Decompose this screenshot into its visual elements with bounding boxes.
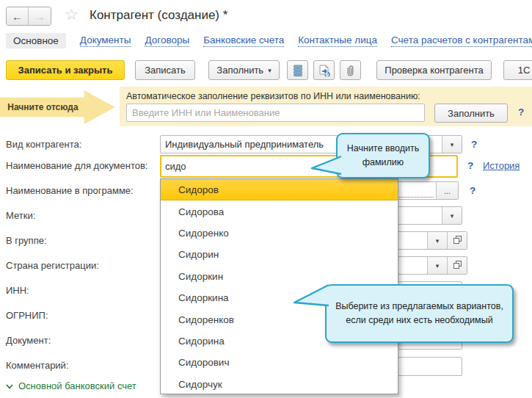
attachments-button[interactable] xyxy=(340,60,361,80)
open-form-icon xyxy=(453,236,462,245)
chevron-down-icon: ▾ xyxy=(436,262,440,269)
label-ogrnip: ОГРНИП: xyxy=(6,310,48,321)
label-dokument: Документ: xyxy=(6,335,51,346)
fill-menu-button[interactable]: Заполнить ▾ xyxy=(208,60,280,80)
counterparty-create-window: ← → ☆ Контрагент (создание) * Основное Д… xyxy=(0,0,532,398)
document-structure-button[interactable] xyxy=(287,60,308,80)
strana-registratsii-dropdown-button[interactable]: ▾ xyxy=(427,257,447,274)
callout-start-typing-text: Начните вводить фамилию xyxy=(345,142,421,170)
ellipsis-icon: ... xyxy=(444,187,451,195)
suggest-item[interactable]: Сидорович xyxy=(161,352,398,373)
suggest-item[interactable]: Сидорин xyxy=(161,244,398,265)
document-structure-icon xyxy=(293,65,303,76)
vid-kontragenta-help-icon[interactable]: ? xyxy=(471,139,477,150)
chevron-down-icon xyxy=(6,380,13,391)
callout-choose-variant-text: Выберите из предлагаемых вариантов, если… xyxy=(334,300,505,328)
chevron-down-icon: ▾ xyxy=(451,141,454,148)
label-vid-kontragenta: Вид контрагента: xyxy=(6,139,81,150)
forward-button[interactable]: → xyxy=(29,7,51,25)
label-naimenovanie-dokumentov: Наименование для документов: xyxy=(6,160,147,171)
callout-pointer xyxy=(309,151,341,178)
label-strana-registratsii: Страна регистрации: xyxy=(6,260,99,271)
chevron-down-icon: ▾ xyxy=(451,212,454,220)
label-kommentariy: Комментарий: xyxy=(6,360,69,371)
callout-choose-variant: Выберите из предлагаемых вариантов, если… xyxy=(325,284,514,343)
document-export-button[interactable] xyxy=(313,60,335,80)
label-v-gruppe: В группе: xyxy=(6,235,47,246)
history-nav: ← → xyxy=(6,7,51,26)
metki-dropdown-button[interactable]: ▾ xyxy=(442,207,462,224)
fill-menu-label: Заполнить xyxy=(216,65,263,76)
label-naimenovanie-programme: Наименование в программе: xyxy=(6,185,134,196)
tab-dokumenty[interactable]: Документы xyxy=(80,35,131,47)
suggest-item[interactable]: Сидоренко xyxy=(161,222,398,244)
strana-registratsii-open-button[interactable] xyxy=(447,257,467,274)
document-export-icon xyxy=(318,65,330,76)
suggest-item[interactable]: Сидорчук xyxy=(161,374,398,395)
tab-scheta-raschetov[interactable]: Счета расчетов с контрагентами xyxy=(391,35,532,47)
vid-kontragenta-dropdown-button[interactable]: ▾ xyxy=(442,136,462,153)
check-counterparty-button[interactable]: Проверка контрагента xyxy=(376,60,492,80)
forward-arrow-icon: → xyxy=(34,10,45,23)
back-arrow-icon: ← xyxy=(12,10,23,23)
bank-account-toggle[interactable]: Основной банковский счет xyxy=(6,380,136,391)
paperclip-icon xyxy=(345,65,356,76)
autofill-label: Автоматическое заполнение реквизитов по … xyxy=(126,91,420,101)
autofill-help-icon[interactable]: ? xyxy=(518,106,524,117)
tab-bankovskie-scheta[interactable]: Банковские счета xyxy=(203,35,284,47)
chevron-down-icon: ▾ xyxy=(268,67,272,74)
suggest-item[interactable]: Сидорова xyxy=(161,200,398,222)
naimenovanie-dokumentov-help-icon[interactable]: ? xyxy=(467,160,473,171)
v-gruppe-dropdown-button[interactable]: ▾ xyxy=(427,232,447,249)
v-gruppe-open-button[interactable] xyxy=(447,232,467,249)
autofill-fill-button[interactable]: Заполнить xyxy=(434,104,508,123)
start-here-label: Начните отсюда xyxy=(7,102,78,112)
inn-name-input[interactable] xyxy=(126,104,425,122)
callout-start-typing: Начните вводить фамилию xyxy=(336,133,430,178)
save-close-button[interactable]: Записать и закрыть xyxy=(6,60,125,80)
callout-pointer xyxy=(291,281,329,308)
label-inn: ИНН: xyxy=(6,285,29,296)
open-form-icon xyxy=(453,261,462,270)
page-title: Контрагент (создание) * xyxy=(90,8,227,23)
history-link[interactable]: История xyxy=(483,160,520,171)
chevron-down-icon: ▾ xyxy=(436,237,440,245)
tab-dogovory[interactable]: Договоры xyxy=(145,35,189,47)
suggest-item[interactable]: Сидоров xyxy=(161,179,398,200)
label-metki: Метки: xyxy=(6,210,35,221)
spark-button[interactable]: 1С xyxy=(503,60,532,80)
tab-kontaktnye-litsa[interactable]: Контактные лица xyxy=(298,35,377,47)
nav-tabs: Основное Документы Договоры Банковские с… xyxy=(6,32,532,49)
back-button[interactable]: ← xyxy=(7,7,29,25)
tab-osnovnoe[interactable]: Основное xyxy=(6,33,66,48)
favorite-star-icon[interactable]: ☆ xyxy=(65,6,79,23)
start-here-arrow: Начните отсюда xyxy=(0,90,115,124)
naimenovanie-programme-help-icon[interactable]: ? xyxy=(470,185,475,196)
save-button[interactable]: Записать xyxy=(135,60,195,80)
bank-account-label: Основной банковский счет xyxy=(18,380,136,391)
naimenovanie-programme-ellipsis-button[interactable]: ... xyxy=(436,182,458,199)
